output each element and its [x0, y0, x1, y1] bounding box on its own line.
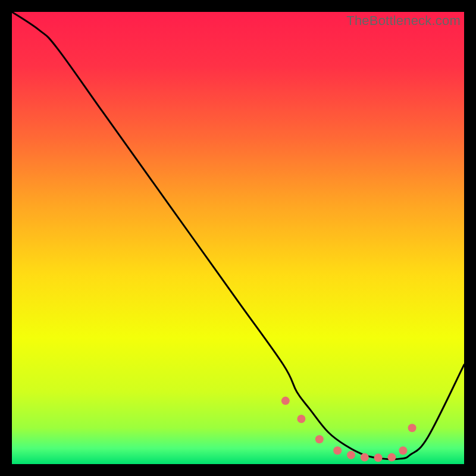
- watermark-label: TheBottleneck.com: [346, 13, 461, 29]
- curve-marker: [297, 415, 305, 423]
- curve-marker: [315, 435, 324, 443]
- curve-marker: [374, 453, 383, 462]
- curve-marker: [347, 451, 355, 459]
- curve-marker: [333, 446, 342, 455]
- curve-marker: [281, 397, 290, 405]
- curve-marker: [399, 446, 407, 455]
- curve-marker: [408, 424, 416, 432]
- curve-marker: [387, 453, 396, 462]
- chart-frame: TheBottleneck.com: [12, 12, 464, 464]
- chart-svg: [12, 12, 464, 464]
- curve-marker: [361, 453, 369, 462]
